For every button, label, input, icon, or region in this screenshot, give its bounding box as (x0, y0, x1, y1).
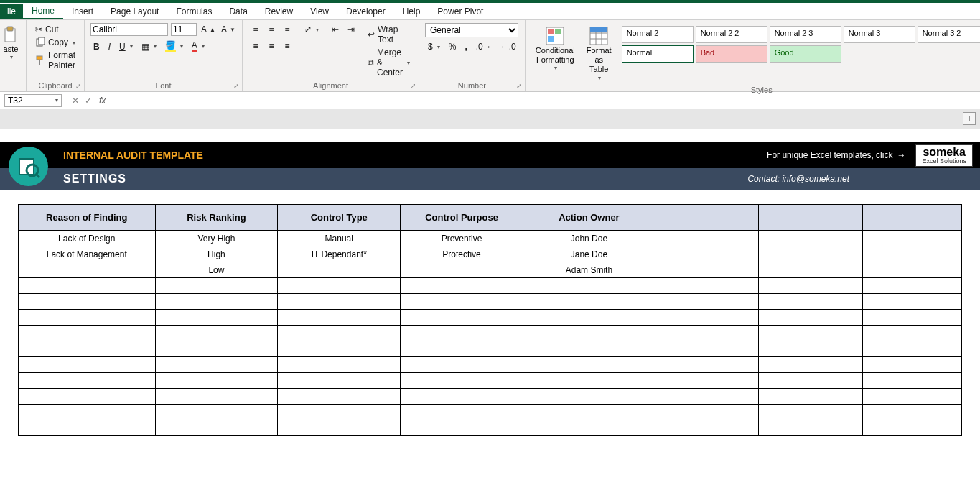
tab-power-pivot[interactable]: Power Pivot (429, 4, 492, 19)
table-cell[interactable] (759, 231, 863, 246)
col-header[interactable] (759, 205, 863, 231)
merge-center-button[interactable]: ⧉Merge & Center▾ (365, 46, 413, 79)
table-cell[interactable] (278, 357, 401, 373)
table-cell[interactable]: John Doe (523, 231, 655, 246)
table-cell[interactable] (655, 246, 759, 262)
style-normal-3[interactable]: Normal 3 (844, 26, 915, 43)
table-cell[interactable]: High (155, 246, 278, 262)
table-cell[interactable] (862, 405, 961, 420)
table-cell[interactable] (401, 262, 523, 278)
table-cell[interactable] (401, 357, 523, 373)
table-cell[interactable] (19, 373, 156, 389)
table-cell[interactable] (155, 278, 278, 294)
table-cell[interactable] (155, 341, 278, 357)
style-normal-2-3[interactable]: Normal 2 3 (770, 26, 841, 43)
table-cell[interactable] (759, 294, 863, 310)
table-cell[interactable] (862, 326, 961, 341)
tab-help[interactable]: Help (394, 4, 429, 19)
fill-color-button[interactable]: 🪣▾ (162, 39, 186, 54)
align-right-button[interactable]: ≡ (280, 39, 294, 53)
table-cell[interactable] (401, 373, 523, 389)
table-cell[interactable] (401, 278, 523, 294)
table-cell[interactable] (655, 373, 759, 389)
table-cell[interactable] (278, 326, 401, 341)
table-cell[interactable] (401, 294, 523, 310)
col-header[interactable]: Action Owner (523, 205, 655, 231)
table-cell[interactable] (862, 294, 961, 310)
table-cell[interactable] (523, 294, 655, 310)
table-cell[interactable] (19, 310, 156, 326)
align-left-button[interactable]: ≡ (248, 39, 263, 53)
table-cell[interactable] (523, 341, 655, 357)
table-cell[interactable] (155, 310, 278, 326)
table-cell[interactable] (278, 294, 401, 310)
tab-developer[interactable]: Developer (337, 4, 394, 19)
table-cell[interactable] (655, 405, 759, 420)
style-normal-2[interactable]: Normal 2 (622, 26, 694, 43)
table-row[interactable] (19, 420, 962, 436)
table-cell[interactable] (862, 341, 961, 357)
table-cell[interactable] (655, 420, 759, 436)
decrease-indent-button[interactable]: ⇤ (329, 23, 342, 36)
table-cell[interactable]: Manual (278, 231, 401, 246)
tab-home[interactable]: Home (23, 4, 63, 19)
font-size-combo[interactable] (171, 23, 197, 36)
accounting-button[interactable]: $▾ (425, 40, 443, 53)
table-cell[interactable] (278, 278, 401, 294)
table-cell[interactable]: Low (155, 262, 278, 278)
tab-review[interactable]: Review (256, 4, 302, 19)
cta-click[interactable]: → (897, 150, 905, 160)
wrap-text-button[interactable]: ↩Wrap Text (365, 23, 413, 46)
table-cell[interactable] (19, 294, 156, 310)
expand-formula-bar-icon[interactable]: + (963, 112, 976, 125)
table-cell[interactable] (401, 310, 523, 326)
table-cell[interactable] (523, 326, 655, 341)
table-cell[interactable] (401, 341, 523, 357)
table-cell[interactable] (523, 373, 655, 389)
table-cell[interactable] (523, 405, 655, 420)
table-row[interactable] (19, 357, 962, 373)
tab-view[interactable]: View (302, 4, 337, 19)
table-row[interactable] (19, 373, 962, 389)
table-cell[interactable]: IT Dependant* (278, 246, 401, 262)
table-row[interactable] (19, 389, 962, 405)
table-cell[interactable] (759, 405, 863, 420)
cell-styles-gallery[interactable]: Normal 2 Normal 2 2 Normal 2 3 Normal 3 … (619, 23, 980, 65)
style-normal-3-2[interactable]: Normal 3 2 (918, 26, 980, 43)
table-cell[interactable]: Preventive (401, 231, 523, 246)
table-cell[interactable] (862, 278, 961, 294)
copy-button[interactable]: Copy▾ (32, 36, 78, 49)
font-launcher-icon[interactable]: ⤢ (233, 82, 239, 90)
table-row[interactable] (19, 278, 962, 294)
comma-button[interactable]: , (462, 40, 470, 53)
table-cell[interactable]: Lack of Design (19, 231, 156, 246)
table-cell[interactable] (759, 389, 863, 405)
table-cell[interactable] (862, 262, 961, 278)
align-middle-button[interactable]: ≡ (264, 23, 279, 37)
table-row[interactable] (19, 326, 962, 341)
col-header[interactable]: Reason of Finding (19, 205, 156, 231)
orientation-button[interactable]: ⤢▾ (302, 23, 322, 36)
table-cell[interactable] (19, 357, 156, 373)
settings-table[interactable]: Reason of FindingRisk RankingControl Typ… (18, 204, 962, 436)
table-cell[interactable] (19, 341, 156, 357)
table-row[interactable] (19, 405, 962, 420)
table-cell[interactable] (401, 405, 523, 420)
table-cell[interactable] (19, 326, 156, 341)
paste-button[interactable]: aste▾ (1, 23, 20, 64)
table-cell[interactable] (655, 357, 759, 373)
formula-input[interactable] (108, 94, 980, 107)
table-row[interactable]: Lack of DesignVery HighManualPreventiveJ… (19, 231, 962, 246)
table-cell[interactable] (278, 310, 401, 326)
table-row[interactable]: Lack of ManagementHighIT Dependant*Prote… (19, 246, 962, 262)
cut-button[interactable]: ✂ Cut (32, 23, 78, 36)
table-cell[interactable] (155, 294, 278, 310)
table-cell[interactable]: Adam Smith (523, 262, 655, 278)
table-cell[interactable] (278, 389, 401, 405)
table-cell[interactable] (655, 389, 759, 405)
table-row[interactable] (19, 294, 962, 310)
clipboard-launcher-icon[interactable]: ⤢ (75, 82, 81, 90)
table-cell[interactable] (523, 278, 655, 294)
table-cell[interactable] (155, 357, 278, 373)
table-cell[interactable] (19, 262, 156, 278)
